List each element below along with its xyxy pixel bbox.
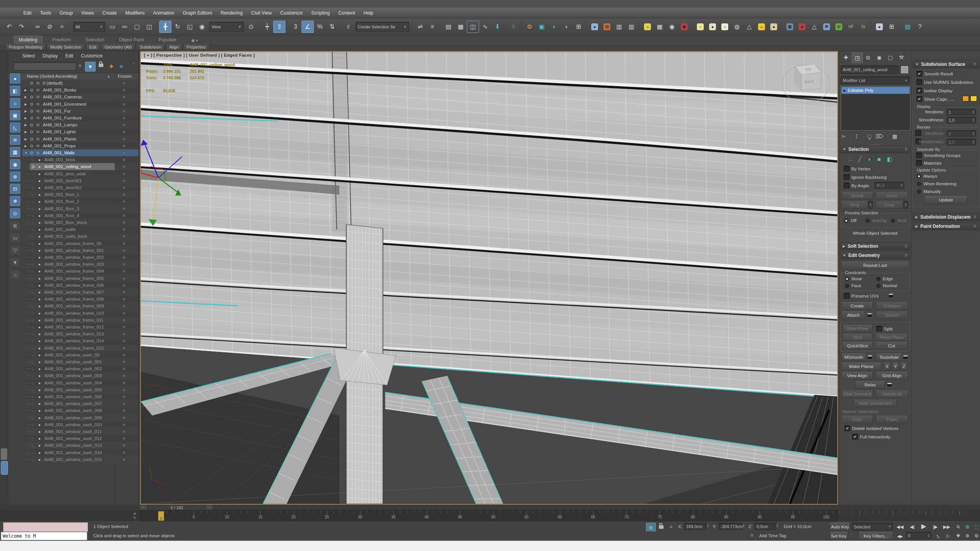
- percent-snap-toggle-icon[interactable]: %: [314, 21, 326, 33]
- ring-spinner[interactable]: ▴▾: [868, 201, 873, 209]
- frozen-toggle-icon[interactable]: ❄: [122, 109, 126, 113]
- object-row-ai48-001-floor-1[interactable]: ◆●AI48_001_floor_1❄: [22, 191, 139, 198]
- toggle-ribbon-icon[interactable]: ⬇: [491, 21, 504, 33]
- unhide-all-button[interactable]: Unhide All: [876, 390, 908, 398]
- object-row-ai48-001-window-sash-013[interactable]: ◆●AI48_001_window_sash_013❄: [22, 442, 139, 449]
- time-configuration-icon[interactable]: ◔⚙: [933, 531, 942, 540]
- planar-x-button[interactable]: X: [884, 363, 890, 370]
- key-step-toggle-icon[interactable]: ◀▶: [895, 532, 905, 540]
- display-space-warps-icon[interactable]: ≋: [10, 135, 20, 145]
- reference-coordinate-dropdown[interactable]: View▼: [209, 22, 244, 32]
- asset-library-grid-icon[interactable]: ⊞: [885, 21, 898, 33]
- menu-create[interactable]: Create: [98, 10, 121, 16]
- object-row-ai48-001-window-sash-003[interactable]: ◆●AI48_001_window_sash_003❄: [22, 372, 139, 379]
- object-row-ai48-001-window-sash-008[interactable]: ◆●AI48_001_window_sash_008❄: [22, 407, 139, 414]
- layer-row-ai48-001-furniture[interactable]: ▶⊙≋AI48_001_Furniture❄: [22, 114, 139, 121]
- attach-settings-icon[interactable]: [867, 312, 872, 317]
- frozen-toggle-icon[interactable]: ❄: [122, 178, 126, 183]
- layer-row-ai48-001-fur[interactable]: ▶⊙≋AI48_001_Fur❄: [22, 108, 139, 114]
- manage-layers-icon[interactable]: ▤: [442, 21, 455, 33]
- constraint-normal-radio[interactable]: Normal: [876, 283, 897, 288]
- frozen-toggle-icon[interactable]: ❄: [122, 199, 126, 204]
- update-always-radio[interactable]: Always: [917, 174, 937, 178]
- frozen-toggle-icon[interactable]: ❄: [122, 262, 126, 267]
- render-setup-dialog-icon[interactable]: ▤: [601, 21, 613, 33]
- clear-search-icon[interactable]: ✕: [78, 63, 82, 69]
- help-circle-icon[interactable]: ?: [914, 21, 926, 33]
- menu-customize[interactable]: Customize: [276, 10, 307, 16]
- display-smoothness-field[interactable]: 1,0▴▾: [947, 117, 976, 123]
- preserve-uvs-settings-icon[interactable]: [888, 293, 894, 298]
- planar-z-button[interactable]: Z: [900, 363, 907, 370]
- object-row-ai48-001-window-sash-002[interactable]: ◆●AI48_001_window_sash_002❄: [22, 365, 139, 372]
- mesh-teapot-icon[interactable]: ◍: [731, 21, 743, 33]
- render-iterations-field[interactable]: 0▴▾: [947, 130, 976, 137]
- display-hidden-icon[interactable]: ⊙: [10, 208, 20, 218]
- preview-subobj-radio[interactable]: SubObj: [866, 218, 887, 223]
- modifier-stack[interactable]: ▶ Editable Poly: [841, 86, 910, 131]
- cage-color-1-swatch[interactable]: [962, 96, 969, 101]
- display-materials-icon[interactable]: ▦: [10, 147, 20, 157]
- frozen-toggle-icon[interactable]: ❄: [122, 290, 126, 294]
- autodesk-a360-gallery-icon[interactable]: ⊞: [572, 21, 585, 33]
- collapse-button[interactable]: Collapse: [876, 302, 908, 310]
- display-cameras-icon[interactable]: ▣: [10, 110, 20, 120]
- filter-none-icon[interactable]: ▽: [10, 245, 20, 255]
- frozen-toggle-icon[interactable]: ❄: [122, 346, 126, 350]
- object-row-ai48-001-window-sash-006[interactable]: ◆●AI48_001_window_sash_006❄: [22, 393, 139, 400]
- planar-y-button[interactable]: Y: [892, 363, 899, 370]
- stack-item-editable-poly[interactable]: ▶ Editable Poly: [841, 87, 910, 94]
- frozen-toggle-icon[interactable]: ❄: [122, 144, 126, 148]
- exposure-control-icon[interactable]: ▫: [694, 21, 706, 33]
- selection-filter-dropdown[interactable]: All▼: [73, 22, 105, 32]
- element-mode-icon[interactable]: ◧: [887, 156, 892, 163]
- paste-button[interactable]: Paste: [876, 415, 908, 423]
- object-color-swatch[interactable]: [900, 65, 909, 74]
- field-of-view-icon[interactable]: ▷: [944, 531, 953, 540]
- smooth-result-checkbox[interactable]: ✔Smooth Result: [916, 71, 953, 77]
- object-row-ai48-001-window-frame-009[interactable]: ◆●AI48_001_window_frame_009❄: [22, 302, 139, 309]
- grow-button[interactable]: Grow: [876, 192, 908, 199]
- polygon-mode-icon[interactable]: ■: [877, 156, 881, 163]
- display-lights-icon[interactable]: ☼: [10, 98, 20, 108]
- frozen-toggle-icon[interactable]: ❄: [122, 430, 126, 434]
- frozen-toggle-icon[interactable]: ❄: [122, 221, 126, 225]
- preview-off-radio[interactable]: Off: [844, 218, 856, 223]
- frozen-toggle-icon[interactable]: ❄: [122, 213, 126, 217]
- update-button[interactable]: Update: [925, 196, 967, 204]
- layers-mode-icon[interactable]: ≋: [116, 62, 126, 71]
- object-row-ai48-001-window-frame-002[interactable]: ◆●AI48_001_window_frame_002❄: [22, 254, 139, 261]
- shrink-button[interactable]: Shrink: [841, 192, 873, 199]
- ribbon-tab-object-paint[interactable]: Object Paint: [114, 36, 148, 44]
- attach-button[interactable]: Attach: [841, 311, 865, 319]
- tab-motion-icon[interactable]: ◉: [874, 52, 884, 62]
- menu-rendering[interactable]: Rendering: [217, 10, 247, 16]
- frozen-toggle-icon[interactable]: ❄: [122, 297, 126, 301]
- render-smoothness-field[interactable]: 1,0▴▾: [947, 139, 976, 145]
- object-row-ai48-001-walls-back[interactable]: ◆●AI48_001_walls_back❄: [22, 233, 139, 240]
- ribbon-panel-geometry-all[interactable]: Geometry (All): [101, 44, 135, 51]
- reset-plane-button[interactable]: Reset Plane: [876, 334, 908, 341]
- relax-button[interactable]: Relax: [855, 381, 885, 389]
- toggle-scene-explorer-icon[interactable]: ◫: [467, 21, 479, 33]
- slice-plane-button[interactable]: Slice Plane: [843, 325, 872, 332]
- display-helpers-icon[interactable]: ◺: [10, 123, 20, 132]
- ribbon-panel-edit[interactable]: Edit: [86, 44, 100, 51]
- object-row-ai48-001-window-sash-001[interactable]: ◆●AI48_001_window_sash_001❄: [22, 358, 139, 365]
- filter-active-icon[interactable]: ▼: [10, 257, 20, 267]
- set-key-button[interactable]: Set Key: [830, 532, 848, 540]
- vertex-mode-icon[interactable]: ∴: [848, 156, 852, 163]
- preview-multi-radio[interactable]: Multi: [891, 218, 907, 223]
- object-row-ai48-001-floor-2[interactable]: ◆●AI48_001_floor_2❄: [22, 198, 139, 205]
- rollout-subdivision-displacement[interactable]: ▶Subdivision Displacement⠿: [913, 213, 979, 221]
- tab-hierarchy-icon[interactable]: ⧉: [863, 52, 873, 62]
- isolate-selection-toggle-icon[interactable]: ▣: [646, 523, 656, 532]
- key-mode-dropdown[interactable]: Selected▼: [852, 523, 893, 531]
- frozen-toggle-icon[interactable]: ❄: [122, 395, 126, 399]
- viewcube[interactable]: TOP BACK: [782, 64, 830, 103]
- loop-spinner[interactable]: ▴▾: [903, 201, 908, 209]
- constraint-edge-radio[interactable]: Edge: [876, 276, 893, 281]
- menu-content[interactable]: Content: [334, 10, 359, 16]
- select-and-place-icon[interactable]: ◉: [196, 21, 208, 33]
- frozen-toggle-icon[interactable]: ❄: [122, 457, 126, 461]
